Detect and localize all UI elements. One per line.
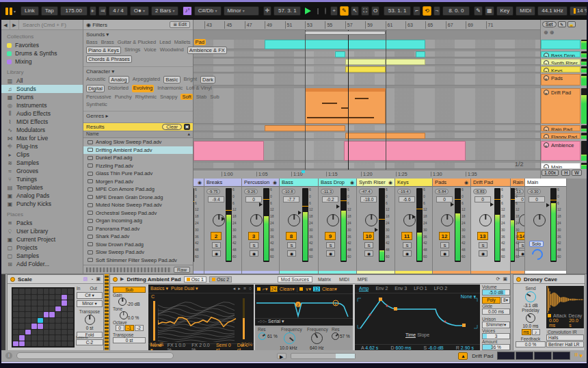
add-icon[interactable]: + [330,6,338,16]
sounds-group-label[interactable]: Sounds ▾ [86,31,190,38]
sidebar-library-item[interactable]: ≈ Grooves [1,167,83,175]
results-column-header[interactable]: Name▴ [83,131,193,138]
filter-tag[interactable]: Analog [109,76,129,83]
tab-osc1[interactable]: Osc 1 [184,276,206,282]
predelay-value[interactable]: 10.0 ms [516,324,546,328]
track-status-icon[interactable]: ▲ [458,352,468,360]
gain-value[interactable]: -20 dB [126,302,139,306]
browser-result-item[interactable]: Orchestral Sweep Pad.adv [83,209,193,218]
res1-value[interactable]: 61 % [267,334,278,339]
tap-tempo-button[interactable]: Tap [41,6,58,16]
attack-value[interactable]: 0.00 ms [549,318,565,328]
filter-tag[interactable]: Acoustic [86,76,105,83]
randomize-icon[interactable]: ⟳ [496,276,500,282]
search-input[interactable]: Search (Cmd + F) [19,22,83,28]
filter-tag[interactable]: Sub [210,94,219,100]
mixer-channel[interactable]: Pads ◉ -5.84 0 12 S ◉ Solo 6061218243036… [433,179,471,274]
lock-envelopes-icon[interactable]: 🔒 [567,21,576,27]
group-fold-icon[interactable]: ◉ [388,180,392,185]
device-on-toggle[interactable] [516,277,521,282]
track-fold-icon[interactable]: ▸ [544,164,549,169]
filter2-circuit-menu[interactable]: Clean▾ [322,287,337,292]
solo-button[interactable]: S [403,242,412,248]
fader-marker[interactable] [259,202,263,207]
track-fold-icon[interactable]: ▸ [544,90,549,95]
track-header[interactable]: ▸Main [541,163,580,169]
filter-tag[interactable]: Percussive [86,94,111,100]
insert-marker[interactable] [302,170,305,173]
volume-field[interactable]: 0 [436,196,453,202]
gain-knob[interactable] [118,298,126,306]
glide-field[interactable]: 0.00 ms [482,308,510,315]
main-solo-button[interactable]: Solo [529,241,544,247]
track-activator-number[interactable]: 3 [248,232,259,240]
poly-voices-menu[interactable]: 8▾ [501,297,510,304]
punch-in-icon[interactable]: ⌐ [413,6,420,16]
key-mode-menu[interactable]: Minor ▾ [224,6,259,16]
track-fold-icon[interactable]: ▸ [544,75,549,81]
filter-tag[interactable]: Basic [163,76,180,83]
scale-base-menu[interactable]: C# ▾ [77,292,103,299]
mixer-channel[interactable]: Synth Riser ◉ -47.4 -18.0 10 S ◉ Solo 60… [357,179,395,274]
channel-header[interactable]: Drift Pad ◉ [471,179,510,187]
sync-mode-button[interactable]: ♪ [532,329,540,335]
tone-value[interactable]: 0.0 % [128,315,139,320]
fader-marker[interactable] [375,228,378,232]
filter-tag[interactable]: Chords & Phrases [86,55,132,63]
capture-midi-icon[interactable]: O [371,6,379,16]
channel-header[interactable]: Pads ◉ [433,179,470,187]
arm-button[interactable]: ◉ [403,250,412,257]
unison-amount-field[interactable]: 36 % [482,344,510,350]
filter-tag[interactable]: Mallets [174,39,191,45]
arrangement-clip[interactable] [305,88,386,124]
raw-preview-button[interactable]: Raw [174,267,190,273]
browser-result-item[interactable]: Slow Drown Pad.adg [83,241,193,249]
mixer-channel[interactable]: Drift Pad ◉ -5.83 0 13 S ◉ Solo 60612182… [471,179,511,274]
filter1-toggle[interactable] [257,287,260,291]
volume-field[interactable]: -0.2 [322,196,338,202]
track-activator-number[interactable]: 12 [439,232,450,240]
follow-icon[interactable]: ✛ [263,6,272,16]
track-header[interactable]: ▸Ambience [541,141,580,161]
character-group-label[interactable]: Character ▾ [86,68,190,75]
filter1-type-icon[interactable]: ⌐▾ [263,287,268,292]
filter-tag[interactable]: Brass [101,39,114,45]
filter-tag[interactable]: Synthetic [86,101,107,107]
poly-button[interactable]: Poly [482,297,500,304]
tab-mpe[interactable]: MPE [355,277,371,282]
filter1-res-knob[interactable] [258,332,266,340]
loop-brace[interactable] [305,31,386,35]
arrangement-clip[interactable] [335,51,345,57]
channel-header[interactable]: Bass Drop ◉ [319,179,356,187]
fader-marker[interactable] [298,211,302,215]
ir-file-menu[interactable]: Berliner Hall LR [546,341,584,347]
octave-minus1-button[interactable]: -1 [125,325,134,331]
browser-result-item[interactable]: Drifting Ambient Pad.adv [83,146,193,155]
wavetable-menu[interactable]: Pulse Dual ▾ [171,286,198,291]
decay-value[interactable]: 20.0 s [569,318,581,328]
prev-table-icon[interactable]: ◂ [233,286,236,291]
sort-asc-icon[interactable]: ▴ [187,131,190,137]
filter-tag[interactable]: Bright [184,76,198,83]
channel-header[interactable]: Bass ◉ [280,179,318,187]
crossfade-knob[interactable] [530,247,546,263]
sidebar-library-item[interactable]: ⑂ Tunings [1,175,83,183]
volume-field[interactable]: -7.7 [283,196,299,202]
filter-tag[interactable]: Distorted [108,85,129,92]
track-fold-icon[interactable]: ▸ [544,134,549,139]
filter-tag[interactable]: Pad [194,39,206,45]
height-zoom-button[interactable]: H [561,170,570,176]
attack-value[interactable]: 4.62 s [365,345,378,350]
key-map-button[interactable]: Key [496,6,514,16]
tab-midi[interactable]: MIDI [336,277,352,282]
clear-filters-button[interactable]: Clear [162,124,182,130]
track-activator-number[interactable]: 11 [401,232,412,240]
browser-result-item[interactable]: Muted Noise Sweep Pad.adv [83,201,193,209]
release-value[interactable]: 2.90 s [461,345,474,350]
tab-matrix[interactable]: Matrix [315,277,334,282]
channel-header[interactable]: Rain Pad ◉ [511,179,524,187]
quantize-menu[interactable]: 2 Bars ▾ [151,6,178,16]
forward-icon[interactable]: ▶ [10,20,19,30]
arrangement-clip[interactable] [416,51,426,57]
arm-button[interactable]: ◉ [479,250,487,257]
